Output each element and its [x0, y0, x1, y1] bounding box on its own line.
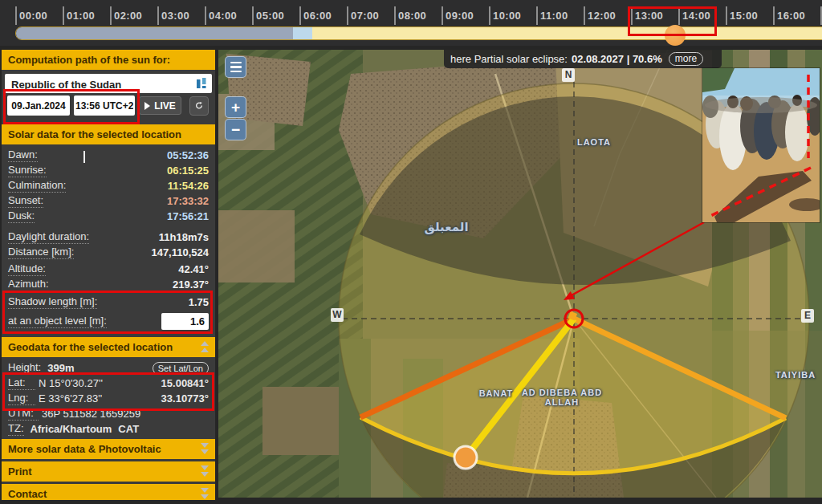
zoom-out-button[interactable]: −: [225, 119, 246, 140]
eclipse-value: 02.08.2027 | 70.6%: [572, 53, 662, 65]
location-search[interactable]: [5, 74, 212, 93]
expand-icon[interactable]: [201, 488, 209, 499]
object-level-input[interactable]: [161, 313, 209, 330]
map-menu-button[interactable]: [225, 56, 246, 78]
more-button[interactable]: more: [669, 52, 703, 66]
solar-row-label: Dusk:: [8, 209, 35, 223]
timeline-tick: [63, 6, 64, 25]
timeline-segment: [16, 27, 293, 39]
live-button[interactable]: LIVE: [139, 96, 181, 115]
expand-icon[interactable]: [201, 465, 209, 477]
solar-data-row: Dawn:05:52:36: [2, 148, 215, 163]
inset-photo-image: [702, 68, 820, 222]
collapse-icon[interactable]: [201, 341, 209, 352]
solar-row-value: 219.37°: [173, 278, 209, 291]
time-slider-knob[interactable]: [665, 25, 686, 46]
timeline-hour-label: 14:00: [682, 10, 710, 22]
timeline-hour-label: 07:00: [351, 10, 379, 22]
expand-icon[interactable]: [201, 443, 209, 454]
timeline-tick: [299, 6, 301, 25]
map-place-label: BANAT: [479, 388, 514, 398]
tz-abbr: CAT: [118, 423, 139, 435]
solar-row-label: Sunset:: [8, 194, 43, 208]
lng-dms-value: E 33°6'27.83'': [39, 392, 133, 404]
timeline-hour-label: 03:00: [161, 10, 189, 22]
time-input[interactable]: [74, 96, 135, 116]
set-latlon-button[interactable]: Set Lat/Lon: [153, 362, 209, 375]
solar-data-row: Sunset:17:33:32: [2, 193, 215, 209]
time-slider-track[interactable]: [15, 26, 822, 40]
geodata-list: Height: 399m Set Lat/Lon Lat: N 15°0'30.…: [2, 357, 215, 437]
solar-row-label: Shadow length [m]:: [8, 295, 97, 309]
timeline-tick: [205, 6, 206, 25]
timeline-hour-label: 10:00: [493, 10, 521, 22]
map-place-label: المعبلق: [424, 220, 468, 234]
section-header-label: Contact: [8, 488, 47, 500]
compass-east: E: [801, 309, 814, 323]
solar-data-row: Altitude:42.41°: [2, 262, 215, 277]
section-header-contact[interactable]: Contact: [2, 484, 215, 500]
timeline-hour-label: 01:00: [67, 10, 95, 22]
timeline-tick: [726, 6, 727, 25]
solar-row-value: 05:52:36: [167, 149, 209, 161]
map[interactable]: LAOTAالمعبلقBANATAD DIBEBA ABD ALLAHTAIY…: [218, 50, 822, 498]
object-level-row: at an object level [m]:: [2, 311, 215, 331]
solar-row-value: 17:33:32: [167, 195, 209, 207]
zoom-in-button[interactable]: +: [225, 96, 246, 118]
timeline-tick: [394, 6, 396, 25]
text-cursor: [83, 151, 85, 163]
object-level-label: at an object level [m]:: [8, 315, 107, 328]
inset-photo: [702, 68, 820, 222]
section-header-print[interactable]: Print: [2, 461, 215, 482]
timeline-hour-label: 12:00: [588, 10, 616, 22]
compass-north: N: [562, 68, 575, 82]
collapsed-sections: More solar data & PhotovoltaicPrintConta…: [2, 439, 215, 500]
geodata-header-label: Geodata for the selected location: [8, 341, 173, 353]
solar-data-row: Sunrise:06:15:25: [2, 163, 215, 178]
coordinates-icon[interactable]: [197, 78, 207, 89]
solar-data-row: Azimuth:219.37°: [2, 277, 215, 292]
solar-row-value: 42.41°: [178, 263, 209, 275]
solar-row-label: Daylight duration:: [8, 230, 89, 244]
timeline-segment: [312, 27, 822, 39]
date-input[interactable]: [7, 96, 70, 116]
height-value: 399m: [47, 362, 74, 374]
solar-data-row: Daylight duration:11h18m7s: [2, 230, 215, 245]
utm-value: 36P 511582 1659259: [42, 408, 140, 420]
height-label: Height:: [8, 361, 41, 375]
compass-west: W: [331, 308, 344, 322]
section-header-more-solar-data-photovoltaic[interactable]: More solar data & Photovoltaic: [2, 439, 215, 459]
timeline-hour-label: 06:00: [303, 10, 332, 22]
sun-position-marker[interactable]: [454, 446, 477, 469]
lat-row: Lat: N 15°0'30.27'' 15.00841°: [2, 376, 215, 391]
solar-row-label: Dawn:: [8, 148, 38, 162]
timeline-tick: [110, 6, 112, 25]
solar-row-value: 1.75: [189, 296, 209, 308]
tz-label: TZ:: [8, 422, 24, 436]
refresh-button[interactable]: [189, 96, 209, 116]
map-place-label: LAOTA: [577, 137, 611, 147]
play-icon: [144, 102, 150, 110]
solar-data-row: Distance [km]:147,110,524: [2, 245, 215, 260]
solar-data-header: Solar data for the selected location: [2, 124, 215, 144]
lat-dms-value: N 15°0'30.27'': [39, 377, 133, 389]
timeline[interactable]: 00:0001:0002:0003:0004:0005:0006:0007:00…: [0, 0, 822, 46]
lng-decimal-value: 33.10773°: [161, 392, 209, 404]
lat-label: Lat:: [8, 376, 35, 390]
computation-header-label: Computation path of the sun for:: [8, 54, 170, 66]
solar-row-value: 11:54:26: [168, 180, 209, 192]
eclipse-text: here Partial solar eclipse:: [450, 53, 568, 65]
solar-row-value: 11h18m7s: [159, 231, 209, 243]
sidebar: Computation path of the sun for: LIVE: [2, 50, 215, 500]
solar-data-row: Culmination:11:54:26: [2, 178, 215, 193]
timeline-tick: [489, 6, 490, 25]
solar-row-label: Altitude:: [8, 262, 46, 276]
utm-label: UTM:: [8, 407, 39, 421]
location-input[interactable]: [10, 74, 189, 95]
geodata-header[interactable]: Geodata for the selected location: [2, 337, 215, 357]
solar-row-label: Azimuth:: [8, 278, 49, 291]
tz-value: Africa/Khartoum: [31, 423, 112, 435]
lng-label: Lng:: [8, 392, 35, 405]
solar-row-value: 06:15:25: [167, 165, 209, 177]
timeline-tick: [15, 6, 17, 25]
